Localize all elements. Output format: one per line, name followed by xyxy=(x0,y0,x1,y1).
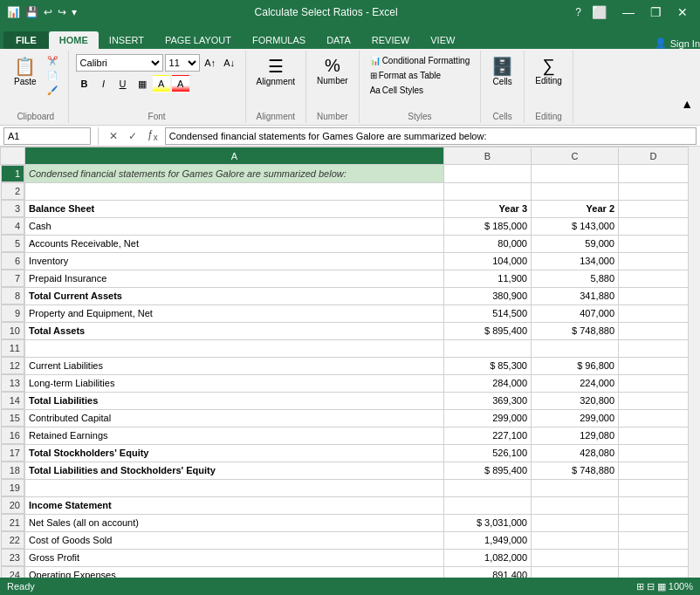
col-header-D[interactable]: D xyxy=(619,147,689,165)
cell-r11-c2[interactable] xyxy=(532,339,619,357)
cell-r18-c0[interactable]: Total Liabilities and Stockholders' Equi… xyxy=(25,462,444,479)
cell-r15-c3[interactable] xyxy=(619,409,689,427)
help-icon[interactable]: ? xyxy=(575,6,581,18)
cell-r1-c2[interactable] xyxy=(532,165,619,183)
cell-r22-c3[interactable] xyxy=(619,531,689,549)
cell-r10-c0[interactable]: Total Assets xyxy=(25,322,444,339)
minimize-btn[interactable]: — xyxy=(617,3,640,21)
view-controls[interactable]: ⊞ ⊟ ▦ 100% xyxy=(636,581,693,592)
cell-r4-c3[interactable] xyxy=(619,217,689,235)
cell-r16-c2[interactable]: 129,080 xyxy=(532,427,619,444)
cell-r11-c0[interactable] xyxy=(25,339,444,357)
tab-formulas[interactable]: FORMULAS xyxy=(242,31,316,49)
col-header-B[interactable]: B xyxy=(444,147,532,165)
cell-r1-c0[interactable]: Condensed financial statements for Games… xyxy=(25,165,444,183)
cell-r9-c1[interactable]: 514,500 xyxy=(444,304,532,322)
cell-r15-c2[interactable]: 299,000 xyxy=(532,409,619,427)
sign-in-button[interactable]: 👤 Sign In xyxy=(655,38,700,49)
cell-r18-c1[interactable]: $ 895,400 xyxy=(444,462,532,479)
cell-r10-c2[interactable]: $ 748,880 xyxy=(532,322,619,339)
format-as-table-button[interactable]: ⊞ Format as Table xyxy=(367,69,445,82)
cell-r6-c3[interactable] xyxy=(619,252,689,270)
grid-scroll[interactable]: A B C D 1Condensed financial statements … xyxy=(0,147,700,578)
cell-r4-c1[interactable]: $ 185,000 xyxy=(444,217,532,235)
cell-r1-c1[interactable] xyxy=(444,165,532,183)
maximize-btn[interactable]: ❐ xyxy=(645,3,667,21)
font-color-button[interactable]: A xyxy=(172,75,189,92)
cell-r4-c2[interactable]: $ 143,000 xyxy=(532,217,619,235)
cell-r2-c2[interactable] xyxy=(532,182,619,200)
conditional-formatting-button[interactable]: 📊 Conditional Formatting xyxy=(367,54,474,67)
cells-button[interactable]: 🗄️ Cells xyxy=(488,54,517,88)
quick-undo-icon[interactable]: ↩ xyxy=(44,6,52,18)
cell-r10-c1[interactable]: $ 895,400 xyxy=(444,322,532,339)
cell-r2-c1[interactable] xyxy=(444,182,532,200)
cancel-formula-btn[interactable]: ✕ xyxy=(106,130,121,142)
col-header-A[interactable]: A xyxy=(25,147,444,165)
cell-r17-c0[interactable]: Total Stockholders' Equity xyxy=(25,444,444,462)
cell-r12-c0[interactable]: Current Liabilities xyxy=(25,357,444,374)
font-shrink-button[interactable]: A↓ xyxy=(221,54,238,72)
cell-r20-c0[interactable]: Income Statement xyxy=(25,496,444,514)
cell-r18-c2[interactable]: $ 748,880 xyxy=(532,462,619,479)
cell-r2-c0[interactable] xyxy=(25,182,444,200)
cell-r22-c1[interactable]: 1,949,000 xyxy=(444,531,532,549)
tab-insert[interactable]: INSERT xyxy=(99,31,154,49)
formula-input[interactable]: Condensed financial statements for Games… xyxy=(165,127,697,145)
paste-button[interactable]: 📋 Paste xyxy=(10,54,40,88)
tab-file[interactable]: FILE xyxy=(3,31,49,49)
cell-r19-c3[interactable] xyxy=(619,479,689,496)
bold-button[interactable]: B xyxy=(76,75,93,92)
cell-r8-c3[interactable] xyxy=(619,287,689,304)
cell-r23-c3[interactable] xyxy=(619,549,689,566)
cell-r11-c3[interactable] xyxy=(619,339,689,357)
tab-review[interactable]: REVIEW xyxy=(361,31,420,49)
cell-r7-c3[interactable] xyxy=(619,270,689,287)
alignment-button[interactable]: ☰ Alignment xyxy=(253,54,299,88)
cell-r4-c0[interactable]: Cash xyxy=(25,217,444,235)
cell-r21-c1[interactable]: $ 3,031,000 xyxy=(444,514,532,531)
cell-r13-c2[interactable]: 224,000 xyxy=(532,374,619,392)
editing-button[interactable]: ∑ Editing xyxy=(532,54,566,87)
restore-btn[interactable]: ⬜ xyxy=(587,3,612,21)
cell-r20-c1[interactable] xyxy=(444,496,532,514)
cell-r20-c3[interactable] xyxy=(619,496,689,514)
cell-r15-c0[interactable]: Contributed Capital xyxy=(25,409,444,427)
cell-r5-c1[interactable]: 80,000 xyxy=(444,235,532,252)
cell-r9-c3[interactable] xyxy=(619,304,689,322)
cell-r13-c0[interactable]: Long-term Liabilities xyxy=(25,374,444,392)
cell-r8-c1[interactable]: 380,900 xyxy=(444,287,532,304)
cell-r3-c3[interactable] xyxy=(619,200,689,217)
cell-r23-c1[interactable]: 1,082,000 xyxy=(444,549,532,566)
cell-r17-c1[interactable]: 526,100 xyxy=(444,444,532,462)
cell-r16-c1[interactable]: 227,100 xyxy=(444,427,532,444)
cell-r3-c1[interactable]: Year 3 xyxy=(444,200,532,217)
name-box[interactable] xyxy=(3,127,91,145)
cell-r14-c2[interactable]: 320,800 xyxy=(532,392,619,409)
number-button[interactable]: % Number xyxy=(313,54,352,87)
cell-r21-c2[interactable] xyxy=(532,514,619,531)
cell-r22-c0[interactable]: Cost of Goods Sold xyxy=(25,531,444,549)
tab-page-layout[interactable]: PAGE LAYOUT xyxy=(154,31,242,49)
tab-view[interactable]: VIEW xyxy=(420,31,465,49)
quick-redo-icon[interactable]: ↪ xyxy=(58,6,66,18)
cell-r17-c2[interactable]: 428,080 xyxy=(532,444,619,462)
cell-r21-c0[interactable]: Net Sales (all on account) xyxy=(25,514,444,531)
border-button[interactable]: ▦ xyxy=(134,75,151,92)
cell-r22-c2[interactable] xyxy=(532,531,619,549)
cell-r15-c1[interactable]: 299,000 xyxy=(444,409,532,427)
cell-r13-c3[interactable] xyxy=(619,374,689,392)
cell-r19-c2[interactable] xyxy=(532,479,619,496)
underline-button[interactable]: U xyxy=(114,75,132,92)
cell-r6-c0[interactable]: Inventory xyxy=(25,252,444,270)
cell-r5-c0[interactable]: Accounts Receivable, Net xyxy=(25,235,444,252)
close-btn[interactable]: ✕ xyxy=(672,3,693,21)
cell-r8-c0[interactable]: Total Current Assets xyxy=(25,287,444,304)
cell-r13-c1[interactable]: 284,000 xyxy=(444,374,532,392)
cell-r24-c1[interactable]: 891,400 xyxy=(444,566,532,578)
cell-r24-c0[interactable]: Operating Expenses xyxy=(25,566,444,578)
cell-r14-c0[interactable]: Total Liabilities xyxy=(25,392,444,409)
font-size-select[interactable]: 11 xyxy=(165,54,200,72)
cell-r3-c2[interactable]: Year 2 xyxy=(532,200,619,217)
cell-r21-c3[interactable] xyxy=(619,514,689,531)
